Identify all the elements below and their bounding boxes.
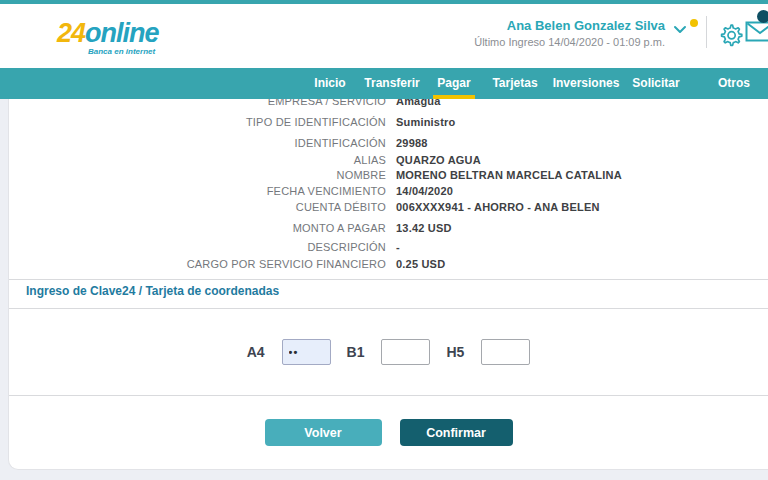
coordinate-cell-h5: H5 — [446, 339, 530, 365]
confirm-button[interactable]: Confirmar — [400, 419, 513, 446]
settings-button[interactable] — [718, 22, 744, 48]
detail-row-alias: ALIAS QUARZO AGUA — [9, 154, 768, 168]
section-divider-top — [9, 279, 768, 280]
detail-row-monto: MONTO A PAGAR 13.42 USD — [9, 222, 768, 236]
detail-row-cargo-servicio: CARGO POR SERVICIO FINANCIERO 0.25 USD — [9, 258, 768, 272]
nav-item-tarjetas[interactable]: Tarjetas — [492, 68, 537, 99]
detail-label: ALIAS — [9, 154, 386, 168]
section-divider-bottom — [9, 308, 768, 309]
detail-label: MONTO A PAGAR — [9, 222, 386, 236]
header-divider — [706, 16, 707, 48]
coordinate-label: A4 — [247, 344, 265, 360]
messages-badge — [757, 10, 768, 23]
detail-row-descripcion: DESCRIPCIÓN - — [9, 241, 768, 255]
coordinate-label: B1 — [347, 344, 365, 360]
detail-value: 006XXXX941 - AHORRO - ANA BELEN — [396, 201, 600, 215]
gear-icon — [718, 22, 744, 48]
action-buttons: Volver Confirmar — [9, 419, 768, 446]
detail-row-identificacion: IDENTIFICACIÓN 29988 — [9, 137, 768, 151]
bank-logo: 24online Banca en internet — [57, 20, 159, 56]
active-tab-underline — [433, 95, 475, 99]
coordinate-input-a4[interactable] — [282, 339, 331, 365]
nav-item-solicitar[interactable]: Solicitar — [632, 68, 679, 99]
coordinate-cell-b1: B1 — [347, 339, 431, 365]
nav-item-otros[interactable]: Otros — [718, 68, 750, 99]
actions-divider — [9, 395, 768, 396]
user-name: Ana Belen Gonzalez Silva — [474, 18, 665, 33]
detail-value: QUARZO AGUA — [396, 154, 481, 168]
user-dropdown-toggle[interactable] — [672, 18, 698, 38]
detail-value: MORENO BELTRAN MARCELA CATALINA — [396, 169, 622, 183]
coordinates-section-title: Ingreso de Clave24 / Tarjeta de coordena… — [26, 284, 279, 298]
coordinate-cell-a4: A4 — [247, 339, 331, 365]
detail-label: TIPO DE IDENTIFICACIÓN — [9, 116, 386, 130]
nav-item-inversiones[interactable]: Inversiones — [553, 68, 620, 99]
detail-label: NOMBRE — [9, 169, 386, 183]
header: 24online Banca en internet Ana Belen Gon… — [0, 4, 768, 68]
detail-value: 13.42 USD — [396, 222, 452, 236]
detail-row-nombre: NOMBRE MORENO BELTRAN MARCELA CATALINA — [9, 169, 768, 183]
detail-row-fecha-vencimiento: FECHA VENCIMIENTO 14/04/2020 — [9, 185, 768, 199]
detail-label: FECHA VENCIMIENTO — [9, 185, 386, 199]
detail-value: 14/04/2020 — [396, 185, 453, 199]
chevron-down-icon — [672, 18, 688, 38]
logo-part-24: 24 — [57, 18, 85, 48]
logo-part-online: online — [85, 18, 159, 48]
user-menu[interactable]: Ana Belen Gonzalez Silva Último Ingreso … — [474, 18, 665, 48]
detail-label: IDENTIFICACIÓN — [9, 137, 386, 151]
detail-label: CARGO POR SERVICIO FINANCIERO — [9, 258, 386, 272]
coordinate-input-b1[interactable] — [381, 339, 430, 365]
detail-row-tipo-identificacion: TIPO DE IDENTIFICACIÓN Suministro — [9, 116, 768, 130]
notification-dot — [690, 19, 698, 27]
detail-value: 29988 — [396, 137, 428, 151]
detail-value: - — [396, 241, 400, 255]
detail-row-cuenta-debito: CUENTA DÉBITO 006XXXX941 - AHORRO - ANA … — [9, 201, 768, 215]
coordinates-row: A4 B1 H5 — [9, 337, 768, 367]
back-button[interactable]: Volver — [265, 419, 382, 446]
coordinate-label: H5 — [446, 344, 464, 360]
detail-value: Suministro — [396, 116, 455, 130]
detail-value: 0.25 USD — [396, 258, 445, 272]
logo-tagline: Banca en internet — [88, 48, 159, 56]
coordinate-input-h5[interactable] — [481, 339, 530, 365]
detail-label: CUENTA DÉBITO — [9, 201, 386, 215]
main-nav: Inicio Transferir Pagar Tarjetas Inversi… — [0, 68, 768, 99]
last-login-text: Último Ingreso 14/04/2020 - 01:09 p.m. — [474, 36, 665, 48]
detail-label: DESCRIPCIÓN — [9, 241, 386, 255]
payment-confirmation-panel: EMPRESA / SERVICIO Amagua TIPO DE IDENTI… — [8, 99, 768, 470]
nav-item-transferir[interactable]: Transferir — [364, 68, 419, 99]
messages-button[interactable] — [745, 18, 768, 48]
nav-item-inicio[interactable]: Inicio — [314, 68, 345, 99]
